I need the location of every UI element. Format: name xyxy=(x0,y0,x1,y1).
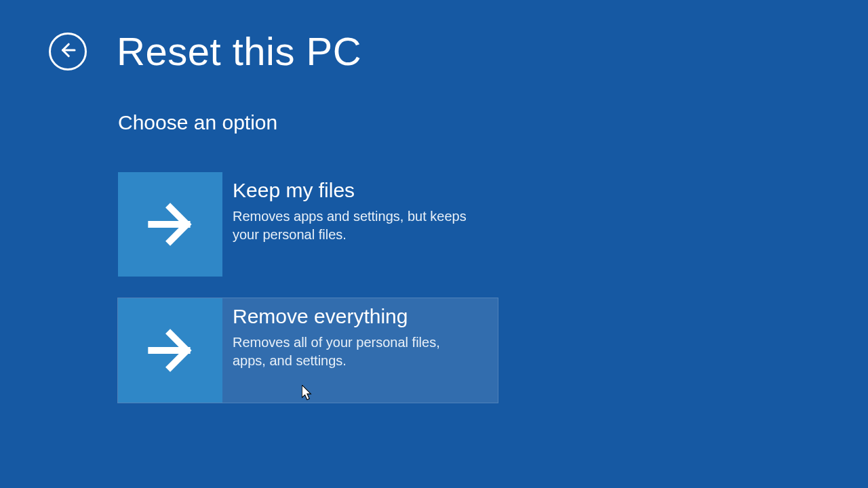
arrow-right-icon xyxy=(118,298,222,403)
content-area: Choose an option Keep my files Removes a… xyxy=(0,74,868,403)
header: Reset this PC xyxy=(0,0,868,74)
back-button[interactable] xyxy=(49,33,87,70)
option-text: Keep my files Removes apps and settings,… xyxy=(233,172,477,244)
option-title: Keep my files xyxy=(233,179,477,202)
page-title: Reset this PC xyxy=(117,28,361,74)
subtitle: Choose an option xyxy=(118,111,868,134)
option-keep-files[interactable]: Keep my files Removes apps and settings,… xyxy=(118,172,498,277)
option-remove-everything[interactable]: Remove everything Removes all of your pe… xyxy=(118,298,498,403)
option-text: Remove everything Removes all of your pe… xyxy=(233,298,477,370)
option-title: Remove everything xyxy=(233,305,477,328)
arrow-right-icon xyxy=(118,172,222,277)
option-description: Removes apps and settings, but keeps you… xyxy=(233,207,477,244)
option-description: Removes all of your personal files, apps… xyxy=(233,333,477,370)
arrow-left-icon xyxy=(58,40,78,63)
